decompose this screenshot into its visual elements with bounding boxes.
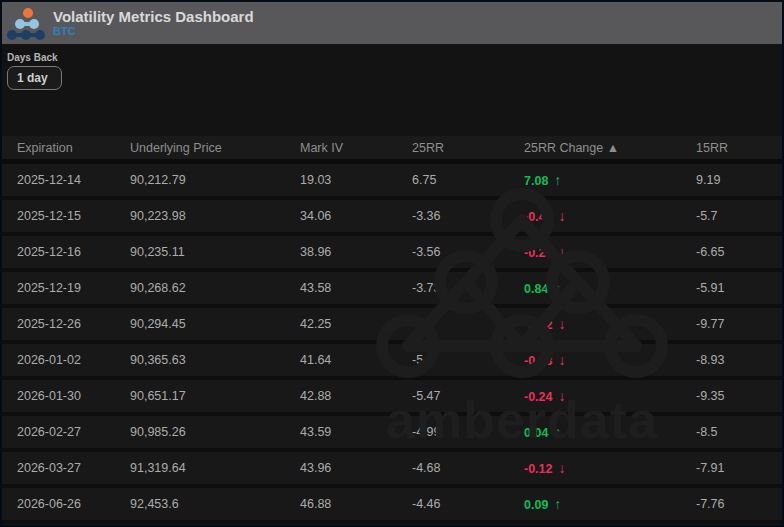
column-header-expiration[interactable]: Expiration: [17, 141, 130, 155]
rr15-cell: -7.91: [696, 461, 782, 475]
rr25-change-cell: 0.04↑: [524, 424, 696, 440]
table-body: 2025-12-1490,212.7919.036.757.08↑9.19202…: [2, 164, 782, 524]
asset-label: BTC: [53, 25, 254, 38]
mark-iv-cell: 43.96: [300, 461, 412, 475]
up-arrow-icon: ↑: [554, 424, 561, 440]
underlying-price-cell: 92,453.6: [130, 497, 300, 511]
page-title: Volatility Metrics Dashboard: [53, 8, 254, 25]
down-arrow-icon: ↓: [559, 244, 566, 260]
column-header-25rr[interactable]: 25RR: [412, 141, 524, 155]
mark-iv-cell: 42.88: [300, 389, 412, 403]
mark-iv-cell: 43.59: [300, 425, 412, 439]
expiration-cell: 2026-03-27: [17, 461, 130, 475]
mark-iv-cell: 42.25: [300, 317, 412, 331]
rr25-cell: -4.99: [412, 425, 524, 439]
rr15-cell: 9.19: [696, 173, 782, 187]
expiration-cell: 2026-01-02: [17, 353, 130, 367]
table-row[interactable]: 2026-01-3090,651.1742.88-5.47-0.24↓-9.35: [2, 380, 782, 416]
underlying-price-cell: 90,268.62: [130, 281, 300, 295]
rr15-cell: -5.91: [696, 281, 782, 295]
mark-iv-cell: 38.96: [300, 245, 412, 259]
table-row[interactable]: 2025-12-1690,235.1138.96-3.56-0.28↓-6.65: [2, 236, 782, 272]
underlying-price-cell: 90,365.63: [130, 353, 300, 367]
rr25-cell: -3.56: [412, 245, 524, 259]
column-header-15rr[interactable]: 15RR: [696, 141, 782, 155]
rr25-change-cell: -0.62↓: [524, 316, 696, 332]
mark-iv-cell: 46.88: [300, 497, 412, 511]
controls-panel: Days Back 1 day: [2, 44, 782, 90]
underlying-price-cell: 90,651.17: [130, 389, 300, 403]
rr25-change-cell: 7.08↑: [524, 172, 696, 188]
mark-iv-cell: 34.06: [300, 209, 412, 223]
table-row[interactable]: 2025-12-1590,223.9834.06-3.36-0.46↓-5.7: [2, 200, 782, 236]
underlying-price-cell: 91,319.64: [130, 461, 300, 475]
down-arrow-icon: ↓: [559, 460, 566, 476]
rr25-change-cell: 0.84↑: [524, 280, 696, 296]
up-arrow-icon: ↑: [554, 496, 561, 512]
column-header-mark-iv[interactable]: Mark IV: [300, 141, 412, 155]
underlying-price-cell: 90,985.26: [130, 425, 300, 439]
rr15-cell: -6.65: [696, 245, 782, 259]
rr25-cell: -5.6: [412, 353, 524, 367]
rr25-change-cell: -0.73↓: [524, 352, 696, 368]
rr15-cell: -8.5: [696, 425, 782, 439]
rr25-change-value: -0.62: [524, 318, 553, 332]
rr25-cell: -3.36: [412, 209, 524, 223]
table-row[interactable]: 2026-02-2790,985.2643.59-4.990.04↑-8.5: [2, 416, 782, 452]
volatility-table: amberdata ExpirationUnderlying PriceMark…: [2, 136, 782, 524]
expiration-cell: 2025-12-26: [17, 317, 130, 331]
up-arrow-icon: ↑: [554, 172, 561, 188]
expiration-cell: 2026-02-27: [17, 425, 130, 439]
column-header-underlying-price[interactable]: Underlying Price: [130, 141, 300, 155]
mark-iv-cell: 19.03: [300, 173, 412, 187]
down-arrow-icon: ↓: [559, 316, 566, 332]
rr25-change-value: 0.09: [524, 498, 548, 512]
table-row[interactable]: 2026-03-2791,319.6443.96-4.68-0.12↓-7.91: [2, 452, 782, 488]
rr25-cell: -6.4: [412, 317, 524, 331]
rr15-cell: -9.77: [696, 317, 782, 331]
rr15-cell: -7.76: [696, 497, 782, 511]
rr25-change-value: -0.12: [524, 462, 553, 476]
expiration-cell: 2025-12-15: [17, 209, 130, 223]
rr25-cell: -4.46: [412, 497, 524, 511]
amberdata-logo-icon: [7, 5, 45, 41]
table-row[interactable]: 2025-12-1490,212.7919.036.757.08↑9.19: [2, 164, 782, 200]
rr25-change-cell: -0.28↓: [524, 244, 696, 260]
expiration-cell: 2025-12-16: [17, 245, 130, 259]
expiration-cell: 2026-06-26: [17, 497, 130, 511]
rr25-cell: -5.47: [412, 389, 524, 403]
days-back-value: 1 day: [17, 71, 48, 85]
header-bar: Volatility Metrics Dashboard BTC: [2, 2, 782, 44]
mark-iv-cell: 41.64: [300, 353, 412, 367]
column-header-25rr-change[interactable]: 25RR Change ▲: [524, 141, 696, 155]
days-back-label: Days Back: [7, 52, 782, 63]
underlying-price-cell: 90,235.11: [130, 245, 300, 259]
underlying-price-cell: 90,212.79: [130, 173, 300, 187]
down-arrow-icon: ↓: [559, 352, 566, 368]
expiration-cell: 2025-12-14: [17, 173, 130, 187]
rr15-cell: -8.93: [696, 353, 782, 367]
rr25-cell: 6.75: [412, 173, 524, 187]
table-row[interactable]: 2026-06-2692,453.646.88-4.460.09↑-7.76: [2, 488, 782, 524]
rr25-change-cell: -0.46↓: [524, 208, 696, 224]
mark-iv-cell: 43.58: [300, 281, 412, 295]
up-arrow-icon: ↑: [554, 280, 561, 296]
table-row[interactable]: 2025-12-2690,294.4542.25-6.4-0.62↓-9.77: [2, 308, 782, 344]
rr25-cell: -4.68: [412, 461, 524, 475]
expiration-cell: 2025-12-19: [17, 281, 130, 295]
table-row[interactable]: 2026-01-0290,365.6341.64-5.6-0.73↓-8.93: [2, 344, 782, 380]
rr15-cell: -5.7: [696, 209, 782, 223]
rr25-change-value: 0.84: [524, 282, 548, 296]
rr25-change-value: -0.24: [524, 390, 553, 404]
rr15-cell: -9.35: [696, 389, 782, 403]
rr25-change-cell: -0.24↓: [524, 388, 696, 404]
rr25-change-value: -0.46: [524, 210, 553, 224]
days-back-dropdown[interactable]: 1 day: [7, 66, 62, 90]
rr25-change-value: -0.73: [524, 354, 553, 368]
rr25-change-value: 0.04: [524, 426, 548, 440]
underlying-price-cell: 90,223.98: [130, 209, 300, 223]
rr25-change-cell: 0.09↑: [524, 496, 696, 512]
table-header-row: ExpirationUnderlying PriceMark IV25RR25R…: [2, 136, 782, 164]
rr25-change-cell: -0.12↓: [524, 460, 696, 476]
table-row[interactable]: 2025-12-1990,268.6243.58-3.730.84↑-5.91: [2, 272, 782, 308]
